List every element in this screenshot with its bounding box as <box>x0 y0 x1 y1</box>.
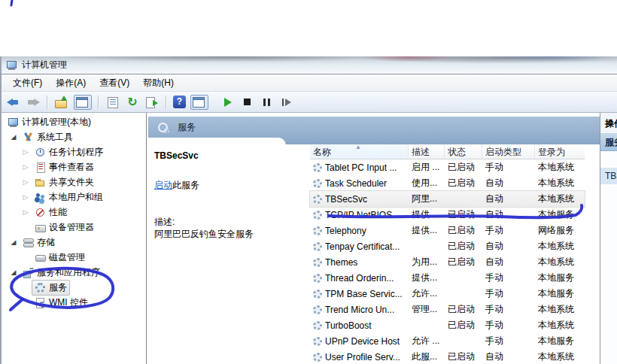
up-folder-icon[interactable] <box>54 96 69 109</box>
service-cell-startup_type: 自动 <box>482 240 535 253</box>
console-tree-panel: 计算机管理(本地)◢系统工具▷任务计划程序▷事件查看器▷共享文件夹▷本地用户和组… <box>2 113 147 364</box>
column-header-description[interactable]: 描述 <box>409 144 445 159</box>
service-cell-log_on_as: 本地系统 <box>535 177 585 190</box>
show-action-pane-icon[interactable] <box>190 95 208 110</box>
tree-item-disk-management[interactable]: 磁盘管理 <box>2 250 146 265</box>
tree-node-performance[interactable]: 性能 <box>32 205 70 220</box>
tree-node-wmi-control[interactable]: WMI 控件 <box>32 295 91 311</box>
service-row[interactable]: Tenpay Certificat...已启动自动本地系统 <box>310 238 585 254</box>
service-row[interactable]: Thread Orderin...提供...手动本地服务 <box>310 270 585 286</box>
tree-item-computer-management[interactable]: 计算机管理(本地) <box>2 114 146 129</box>
service-cell-startup_type: 自动 <box>482 256 535 268</box>
service-cell-name: Telephony <box>310 226 409 236</box>
menu-view[interactable]: 查看(V) <box>93 75 136 91</box>
title-bar[interactable]: 计算机管理 <box>2 56 617 74</box>
service-description: 阿里巴巴反钓鱼安全服务 <box>154 229 297 240</box>
service-cell-description: 提供 ... <box>409 208 445 221</box>
refresh-icon[interactable]: ↻ <box>125 96 140 109</box>
tree-item-system-tools[interactable]: ◢系统工具 <box>2 129 146 144</box>
services-rows: Tablet PC Input ...启用 ...已启动手动本地系统Task S… <box>310 159 585 364</box>
menu-help[interactable]: 帮助(H) <box>136 75 181 91</box>
pause-service-icon[interactable] <box>260 96 275 109</box>
actions-panel-title: 操作 <box>600 113 617 134</box>
menu-file[interactable]: 文件(F) <box>6 75 49 91</box>
tree-item-label: 设备管理器 <box>49 221 94 234</box>
tree-item-services-and-applications[interactable]: ◢服务和应用程序 <box>2 265 146 280</box>
service-row[interactable]: Trend Micro Un...管理...已启动手动本地系统 <box>310 302 585 317</box>
service-row[interactable]: User Profile Serv...此服...已启动自动本地系统 <box>310 349 585 364</box>
service-row[interactable]: UPnP Device Host允许 ...手动本地服务 <box>310 333 585 349</box>
export-list-icon[interactable] <box>144 96 160 109</box>
column-header-status[interactable]: 状态 <box>445 144 482 159</box>
actions-section-services[interactable]: 服务 <box>600 134 617 151</box>
tree-node-event-viewer[interactable]: 事件查看器 <box>32 159 97 175</box>
tree-node-system-tools[interactable]: 系统工具 <box>20 129 76 145</box>
tree-node-task-scheduler[interactable]: 任务计划程序 <box>32 144 106 160</box>
service-cell-startup_type: 手动 <box>482 319 535 332</box>
service-cell-name: UPnP Device Host <box>310 336 409 347</box>
tree-expanded-arrow-icon[interactable]: ◢ <box>8 133 20 141</box>
tree-collapsed-arrow-icon[interactable]: ▷ <box>20 163 32 171</box>
service-cell-name: Thread Orderin... <box>310 273 409 284</box>
forward-icon[interactable] <box>26 96 41 109</box>
tree-item-storage[interactable]: ◢存储 <box>2 235 146 250</box>
column-header-name[interactable]: 名称 ▲ <box>310 144 409 159</box>
tree-item-wmi-control[interactable]: WMI 控件 <box>2 295 146 310</box>
tree-item-shared-folders[interactable]: ▷共享文件夹 <box>2 174 146 190</box>
tree-node-disk-management[interactable]: 磁盘管理 <box>32 250 88 265</box>
service-cell-name: Themes <box>310 257 409 268</box>
start-service-icon[interactable] <box>220 96 236 109</box>
back-icon[interactable] <box>6 96 21 109</box>
column-header-startup-type[interactable]: 启动类型 <box>482 144 535 159</box>
tree-node-computer-management[interactable]: 计算机管理(本地) <box>5 114 94 130</box>
service-cell-log_on_as: 本地服务 <box>535 287 585 300</box>
tree-expanded-arrow-icon[interactable]: ◢ <box>8 238 20 246</box>
actions-section-tbsecsvc[interactable]: TBSecSvc <box>600 168 617 184</box>
tree-item-device-manager[interactable]: 设备管理器 <box>2 220 146 235</box>
service-row[interactable]: Telephony提供...已启动手动网络服务 <box>310 223 585 238</box>
tree-node-local-users-groups[interactable]: 本地用户和组 <box>32 190 106 205</box>
service-gear-icon <box>313 305 322 314</box>
service-row[interactable]: TCP/IP NetBIOS ...提供 ...已启动自动本地服务 <box>310 207 585 223</box>
tree-collapsed-arrow-icon[interactable]: ▷ <box>20 148 32 156</box>
menu-action[interactable]: 操作(A) <box>49 75 93 91</box>
tree-collapsed-arrow-icon[interactable]: ▷ <box>20 208 32 216</box>
help-icon[interactable]: ? <box>173 96 186 108</box>
description-label: 描述: <box>154 216 175 229</box>
tools-icon <box>23 132 34 143</box>
tree-item-task-scheduler[interactable]: ▷任务计划程序 <box>2 144 146 159</box>
service-cell-name: TCP/IP NetBIOS ... <box>310 210 409 220</box>
stop-service-icon[interactable] <box>240 96 255 109</box>
tree-node-services[interactable]: 服务 <box>32 280 70 296</box>
service-cell-status: 已启动 <box>445 161 482 174</box>
service-row[interactable]: TPM Base Servic...允许...手动本地服务 <box>310 286 585 302</box>
tree-expanded-arrow-icon[interactable]: ◢ <box>8 268 20 276</box>
window-title: 计算机管理 <box>22 59 67 71</box>
tree-node-services-and-applications[interactable]: 服务和应用程序 <box>20 265 103 281</box>
tree-item-label: 计算机管理(本地) <box>22 116 91 129</box>
tree-node-device-manager[interactable]: 设备管理器 <box>32 220 97 235</box>
tree-collapsed-arrow-icon[interactable]: ▷ <box>20 178 32 186</box>
services-list: 名称 ▲ 描述 状态 启动类型 登录为 Tablet PC Input ...启… <box>310 144 585 364</box>
performance-icon <box>35 207 46 218</box>
tree-node-storage[interactable]: 存储 <box>20 235 58 250</box>
column-header-log-on-as[interactable]: 登录为 <box>535 144 585 159</box>
start-service-link[interactable]: 启动 <box>154 180 172 190</box>
restart-service-icon[interactable] <box>279 96 294 109</box>
service-row[interactable]: TurboBoost已启动手动本地系统 <box>310 317 585 333</box>
tree-collapsed-arrow-icon[interactable]: ▷ <box>20 193 32 201</box>
tree-item-local-users-groups[interactable]: ▷本地用户和组 <box>2 190 146 205</box>
service-cell-status: 已启动 <box>445 224 482 237</box>
tree-node-shared-folders[interactable]: 共享文件夹 <box>32 174 97 190</box>
service-row[interactable]: TBSecSvc阿里...自动本地系统 <box>310 191 585 207</box>
service-row[interactable]: Tablet PC Input ...启用 ...已启动手动本地系统 <box>310 159 585 175</box>
properties-icon[interactable] <box>105 96 120 109</box>
tree-item-event-viewer[interactable]: ▷事件查看器 <box>2 159 146 174</box>
window-computer-icon <box>6 59 17 71</box>
service-row[interactable]: Themes为用...已启动自动本地系统 <box>310 254 585 270</box>
tree-item-performance[interactable]: ▷性能 <box>2 205 146 220</box>
tree-item-services[interactable]: 服务 <box>2 280 146 295</box>
computer-management-window: 计算机管理 文件(F) 操作(A) 查看(V) 帮助(H) ↻ ? 计算机管理(… <box>0 56 617 364</box>
show-console-tree-icon[interactable] <box>74 95 92 110</box>
service-row[interactable]: Task Scheduler使用...已启动自动本地系统 <box>310 175 585 191</box>
